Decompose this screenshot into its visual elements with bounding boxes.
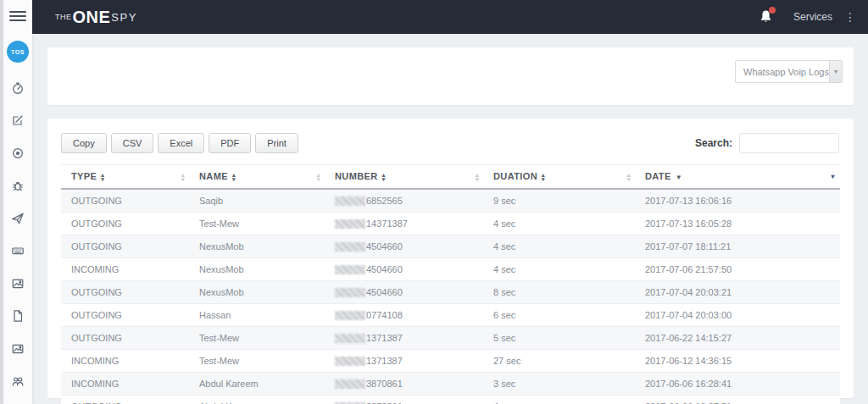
sidebar-item-send[interactable]	[3, 210, 32, 227]
chevron-down-icon: ▾	[834, 68, 837, 75]
cell-number: 1371387	[325, 327, 483, 350]
table-row[interactable]: INCOMING NexusMob 4504660 4 sec 2017-07-…	[61, 258, 840, 281]
search-area: Search:	[695, 133, 839, 153]
avatar[interactable]: TOS	[7, 41, 29, 63]
table-row[interactable]: OUTGOING Test-Mew 1371387 5 sec 2017-06-…	[61, 327, 840, 350]
cell-type: OUTGOING	[61, 396, 189, 404]
sidebar-item-target[interactable]	[3, 145, 32, 162]
hamburger-menu-icon[interactable]	[9, 11, 26, 23]
sidebar-item-timer[interactable]	[3, 80, 32, 97]
table-row[interactable]: OUTGOING Abdul Kareem 3870861 4 sec 2017…	[61, 396, 840, 404]
redacted-number-prefix	[335, 242, 365, 252]
sort-icon[interactable]: ▴▾	[317, 173, 320, 181]
sidebar-item-users[interactable]	[3, 373, 32, 390]
table-row[interactable]: OUTGOING NexusMob 4504660 4 sec 2017-07-…	[61, 235, 840, 258]
sort-icon[interactable]: ▴▾	[627, 173, 631, 181]
cell-type: OUTGOING	[61, 189, 189, 213]
cell-duration: 8 sec	[483, 281, 635, 304]
file-icon	[11, 309, 25, 323]
cell-duration: 6 sec	[483, 304, 635, 327]
kebab-menu-icon[interactable]: ⋮	[843, 11, 858, 23]
sidebar-item-edit[interactable]	[3, 112, 32, 129]
services-menu[interactable]: Services	[793, 11, 832, 23]
cell-name: Hassan	[189, 304, 325, 327]
cell-duration: 4 sec	[483, 213, 635, 235]
sidebar-item-photo[interactable]	[3, 340, 32, 357]
column-header-type[interactable]: TYPE▴▾ ▴▾	[61, 165, 189, 190]
cell-duration: 3 sec	[483, 373, 635, 396]
cell-type: OUTGOING	[61, 304, 189, 327]
table-row[interactable]: OUTGOING Hassan 0774108 6 sec 2017-07-04…	[61, 304, 840, 327]
table-row[interactable]: OUTGOING Test-Mew 14371387 4 sec 2017-07…	[61, 213, 840, 235]
cell-type: OUTGOING	[61, 213, 189, 235]
cell-type: INCOMING	[61, 350, 189, 373]
cell-duration: 27 sec	[483, 350, 635, 373]
theonespy-logo[interactable]: THE ONE SPY	[55, 8, 137, 25]
topbar-actions: Services ⋮	[760, 9, 868, 25]
table-row[interactable]: INCOMING Test-Mew 1371387 27 sec 2017-06…	[61, 350, 840, 373]
sidebar-item-file[interactable]	[3, 307, 32, 324]
logs-card: Copy CSV Excel PDF Print Search: TYPE▴▾ …	[47, 119, 854, 398]
table-body: OUTGOING Saqib 6852565 9 sec 2017-07-13 …	[61, 189, 840, 404]
cell-date: 2017-06-22 14:15:27	[635, 327, 840, 350]
cell-duration: 4 sec	[483, 258, 635, 281]
cell-duration: 4 sec	[483, 396, 635, 404]
sort-icon[interactable]: ▴▾	[476, 173, 479, 181]
table-row[interactable]: OUTGOING Saqib 6852565 9 sec 2017-07-13 …	[61, 189, 840, 213]
cell-name: Saqib	[189, 189, 325, 213]
pdf-button[interactable]: PDF	[209, 133, 251, 153]
sidebar-item-bug[interactable]	[3, 177, 32, 194]
cell-type: INCOMING	[61, 258, 189, 281]
sidebar-item-image[interactable]	[3, 275, 32, 292]
sort-icon[interactable]: ▴▾	[101, 173, 104, 181]
cell-type: OUTGOING	[61, 327, 189, 350]
redacted-number-prefix	[335, 288, 365, 297]
logo-spy: SPY	[111, 11, 137, 24]
column-header-duration[interactable]: DUATION▴▾ ▴▾	[483, 165, 635, 190]
csv-button[interactable]: CSV	[111, 133, 154, 153]
table-row[interactable]: OUTGOING NexusMob 4504660 8 sec 2017-07-…	[61, 281, 840, 304]
cell-duration: 9 sec	[483, 189, 635, 213]
excel-button[interactable]: Excel	[158, 133, 204, 153]
print-button[interactable]: Print	[255, 133, 298, 153]
users-icon	[11, 374, 25, 388]
sort-icon[interactable]: ▴▾	[181, 173, 185, 181]
cell-number: 14371387	[325, 213, 483, 235]
redacted-number-prefix	[335, 196, 365, 206]
cell-date: 2017-07-04 20:03:00	[635, 304, 840, 327]
sort-desc-icon[interactable]: ▼	[676, 174, 682, 181]
table-row[interactable]: INCOMING Abdul Kareem 3870861 3 sec 2017…	[61, 373, 840, 396]
bug-icon	[11, 179, 25, 192]
sort-icon[interactable]: ▴▾	[542, 173, 545, 181]
report-type-select[interactable]: Whatsapp Voip Logs ▾	[735, 60, 843, 83]
cell-number: 0774108	[325, 304, 483, 327]
select-arrow-box: ▾	[829, 61, 842, 82]
cell-name: Test-Mew	[189, 327, 325, 350]
keyboard-icon	[11, 244, 25, 257]
cell-date: 2017-07-07 18:11:21	[635, 235, 840, 258]
cell-date: 2017-06-06 16:28:41	[635, 373, 840, 396]
topbar: THE ONE SPY Services ⋮	[32, 0, 868, 34]
cell-name: Test-Mew	[189, 350, 325, 373]
search-input[interactable]	[739, 133, 839, 153]
column-header-date[interactable]: DATE▼ ▾	[635, 165, 840, 190]
cell-date: 2017-07-04 20:03:21	[635, 281, 840, 304]
logo-the: THE	[55, 13, 72, 21]
cell-duration: 4 sec	[483, 235, 635, 258]
sort-icon[interactable]: ▴▾	[382, 173, 386, 181]
cell-name: Abdul Kareem	[189, 373, 325, 396]
sidebar-item-keyboard[interactable]	[3, 242, 32, 259]
image-icon	[11, 277, 25, 291]
sort-icon[interactable]: ▴▾	[232, 173, 236, 181]
sidebar-nav	[3, 80, 32, 390]
cell-type: INCOMING	[61, 373, 189, 396]
filter-caret-icon[interactable]: ▾	[832, 173, 835, 180]
notifications-button[interactable]	[760, 9, 773, 25]
target-icon	[11, 147, 25, 160]
cell-number: 4504660	[325, 258, 483, 281]
edit-icon	[11, 113, 25, 127]
column-header-name[interactable]: NAME▴▾ ▴▾	[189, 165, 325, 190]
search-label: Search:	[695, 137, 732, 149]
column-header-number[interactable]: NUMBER▴▾ ▴▾	[325, 165, 483, 190]
copy-button[interactable]: Copy	[61, 133, 107, 153]
